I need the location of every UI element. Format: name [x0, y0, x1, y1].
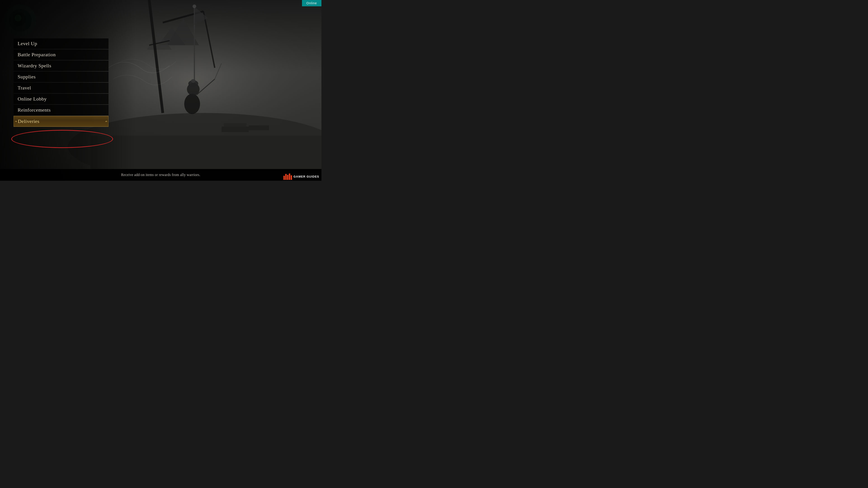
- svg-point-14: [184, 94, 200, 114]
- bar-4: [289, 173, 290, 180]
- menu-item-battle-preparation[interactable]: Battle Preparation: [13, 50, 108, 60]
- menu-item-level-up[interactable]: Level Up: [13, 38, 108, 49]
- svg-rect-22: [249, 125, 269, 130]
- menu-item-reinforcements[interactable]: Reinforcements: [13, 105, 108, 116]
- gamer-guides-logo: GAMER GUIDES: [283, 173, 319, 180]
- svg-point-13: [193, 4, 196, 8]
- item-description: Receive add-on items or rewards from all…: [121, 173, 200, 177]
- bar-3: [287, 175, 288, 180]
- logo-text: GAMER GUIDES: [293, 175, 319, 178]
- online-status-text: Online: [307, 1, 317, 5]
- menu-item-wizardry-spells[interactable]: Wizardry Spells: [13, 61, 108, 71]
- status-bar: Receive add-on items or rewards from all…: [0, 169, 321, 181]
- logo-bars-icon: [283, 173, 292, 180]
- bar-2: [285, 174, 287, 180]
- menu-item-travel[interactable]: Travel: [13, 83, 108, 93]
- svg-rect-21: [224, 123, 246, 128]
- svg-point-17: [191, 79, 195, 83]
- menu-item-supplies[interactable]: Supplies: [13, 72, 108, 82]
- online-status-badge: Online: [302, 0, 321, 6]
- menu-item-online-lobby[interactable]: Online Lobby: [13, 94, 108, 104]
- bar-5: [291, 175, 292, 180]
- menu-item-deliveries[interactable]: Deliveries: [13, 116, 108, 127]
- main-menu: Level UpBattle PreparationWizardry Spell…: [13, 38, 108, 127]
- bar-1: [283, 176, 285, 180]
